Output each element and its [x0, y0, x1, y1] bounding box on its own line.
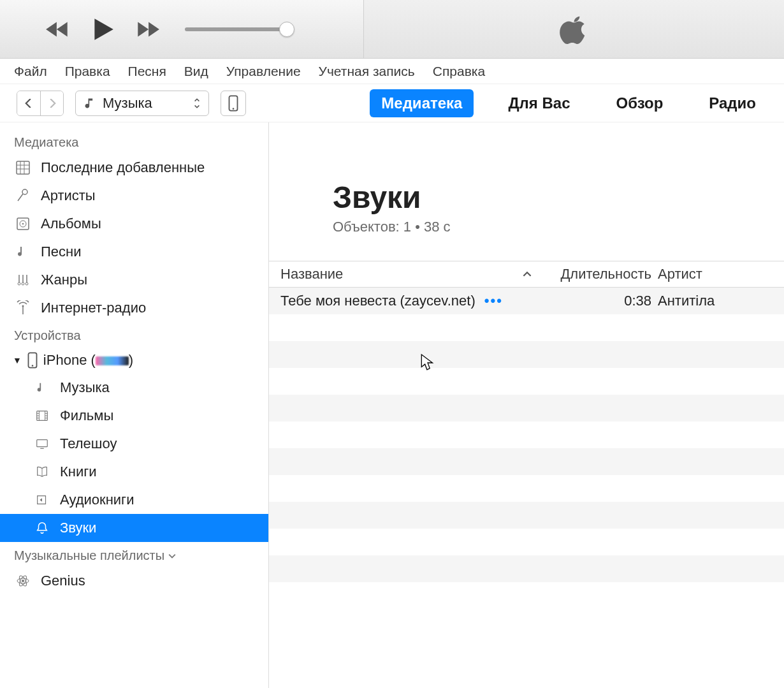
next-button[interactable] — [134, 16, 161, 43]
previous-button[interactable] — [45, 16, 71, 43]
tab-radio[interactable]: Радио — [697, 89, 767, 117]
table-row — [269, 529, 784, 555]
phone-icon — [27, 352, 38, 369]
play-button[interactable] — [89, 16, 116, 43]
table-row — [269, 314, 784, 341]
table-row — [269, 395, 784, 421]
tv-icon — [33, 435, 51, 453]
menu-edit[interactable]: Правка — [65, 64, 110, 79]
film-icon — [33, 407, 51, 425]
menu-file[interactable]: Файл — [14, 64, 47, 79]
device-button[interactable] — [221, 91, 246, 116]
table-header[interactable]: Название Длительность Артист — [269, 261, 784, 288]
svg-point-3 — [22, 189, 27, 194]
sidebar-heading-devices: Устройства — [0, 322, 268, 347]
svg-point-8 — [22, 282, 24, 285]
atom-icon — [14, 572, 32, 590]
cell-artist: Антитіла — [658, 293, 773, 309]
menu-help[interactable]: Справка — [433, 64, 485, 79]
volume-slider[interactable] — [185, 27, 287, 31]
content-header: Звуки Объектов: 1 • 38 c — [269, 122, 784, 261]
content-title: Звуки — [333, 180, 784, 215]
menu-account[interactable]: Учетная запись — [319, 64, 415, 79]
updown-chevron-icon — [193, 98, 201, 109]
sort-asc-icon — [523, 270, 532, 279]
disclosure-triangle-icon: ▼ — [13, 355, 22, 365]
sidebar-label: Genius — [41, 573, 85, 589]
sidebar-label: Последние добавленные — [41, 159, 205, 176]
bell-icon — [33, 519, 51, 537]
playback-controls — [0, 16, 363, 43]
grid-icon — [14, 159, 32, 177]
sidebar-item-iradio[interactable]: Интернет-радио — [0, 294, 268, 322]
audiobook-icon — [33, 491, 51, 509]
nav-tabs: Медиатека Для Вас Обзор Радио — [370, 89, 767, 117]
sidebar-item-device-audiobooks[interactable]: Аудиокниги — [0, 486, 268, 514]
antenna-icon — [14, 299, 32, 317]
apple-logo-icon — [560, 15, 589, 44]
sidebar-item-device-iphone[interactable]: ▼ iPhone () — [0, 347, 146, 374]
table-row — [269, 582, 784, 609]
sidebar-label: Книги — [60, 464, 97, 480]
sidebar-item-artists[interactable]: Артисты — [0, 182, 268, 210]
sidebar-item-device-tones[interactable]: Звуки — [0, 514, 268, 542]
phone-icon — [228, 95, 238, 112]
sidebar-heading-library: Медиатека — [0, 129, 268, 154]
menu-song[interactable]: Песня — [128, 64, 166, 79]
svg-point-10 — [22, 305, 24, 307]
table-row — [269, 341, 784, 368]
menu-controls[interactable]: Управление — [226, 64, 301, 79]
sidebar-item-device-movies[interactable]: Фильмы — [0, 402, 268, 430]
tab-library[interactable]: Медиатека — [370, 89, 474, 117]
sidebar-item-device-music[interactable]: Музыка — [0, 374, 268, 402]
sidebar-item-genres[interactable]: Жанры — [0, 266, 268, 294]
svg-point-7 — [18, 282, 20, 285]
microphone-icon — [14, 187, 32, 205]
sidebar-item-songs[interactable]: Песни — [0, 238, 268, 266]
cell-title: Тебе моя невеста (zaycev.net) ••• — [280, 293, 543, 309]
music-note-icon — [83, 97, 96, 110]
playback-bar — [0, 0, 784, 59]
music-note-icon — [33, 379, 51, 397]
column-duration-header[interactable]: Длительность — [543, 266, 658, 282]
menu-bar: Файл Правка Песня Вид Управление Учетная… — [0, 59, 784, 84]
svg-rect-2 — [17, 161, 29, 174]
sidebar-label: Альбомы — [41, 216, 101, 232]
sidebar-item-genius[interactable]: Genius — [0, 567, 268, 595]
menu-view[interactable]: Вид — [184, 64, 208, 79]
column-title-header[interactable]: Название — [280, 266, 543, 282]
table-row — [269, 502, 784, 529]
chevron-down-icon — [168, 552, 176, 560]
forward-button[interactable] — [40, 91, 63, 115]
content-subtitle: Объектов: 1 • 38 c — [333, 219, 784, 235]
device-name: iPhone () — [43, 352, 133, 369]
device-name-redacted — [96, 356, 129, 365]
sidebar-item-device-books[interactable]: Книги — [0, 458, 268, 486]
volume-knob[interactable] — [279, 22, 294, 37]
table-row — [269, 448, 784, 475]
svg-point-1 — [233, 108, 235, 110]
svg-point-15 — [22, 580, 24, 582]
sidebar: Медиатека Последние добавленные Артисты … — [0, 122, 269, 688]
guitar-icon — [14, 271, 32, 289]
sidebar-item-device-tvshows[interactable]: Телешоу — [0, 430, 268, 458]
sidebar-item-recent[interactable]: Последние добавленные — [0, 154, 268, 182]
sidebar-label: Аудиокниги — [60, 492, 134, 508]
table-row — [269, 555, 784, 582]
sidebar-label: Фильмы — [60, 407, 113, 424]
svg-rect-14 — [37, 440, 48, 447]
tab-foryou[interactable]: Для Вас — [497, 89, 581, 117]
sidebar-item-albums[interactable]: Альбомы — [0, 210, 268, 238]
toolbar: Музыка Медиатека Для Вас Обзор Радио — [0, 84, 784, 122]
row-more-icon[interactable]: ••• — [484, 293, 503, 309]
tab-browse[interactable]: Обзор — [604, 89, 674, 117]
column-artist-header[interactable]: Артист — [658, 266, 773, 282]
sidebar-label: Песни — [41, 244, 82, 260]
nav-buttons — [17, 91, 64, 116]
table-row — [269, 368, 784, 395]
source-dropdown[interactable]: Музыка — [75, 91, 209, 116]
sidebar-heading-playlists[interactable]: Музыкальные плейлисты — [0, 542, 268, 567]
back-button[interactable] — [17, 91, 40, 115]
table-row[interactable]: Тебе моя невеста (zaycev.net) ••• 0:38 А… — [269, 288, 784, 314]
book-icon — [33, 463, 51, 481]
